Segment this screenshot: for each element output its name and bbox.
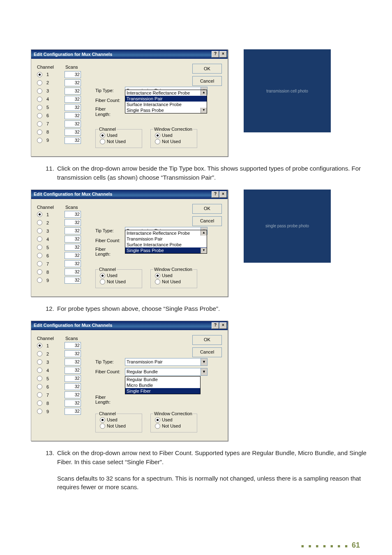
tip-type-label: Tip Type: [95,88,122,93]
channel-radio[interactable] [37,392,42,398]
scans-input[interactable]: 32 [65,383,81,390]
channel-radio[interactable] [37,113,42,118]
scans-input[interactable]: 32 [65,129,81,136]
channel-radio[interactable] [37,409,42,414]
scans-input[interactable]: 32 [65,96,81,103]
scans-input[interactable]: 32 [65,227,81,234]
channel-radio[interactable] [37,228,42,234]
channel-row: 132 [37,211,95,218]
channel-number: 2 [46,352,51,357]
chevron-down-icon[interactable]: ▼ [201,358,207,365]
scans-input[interactable]: 32 [65,252,81,259]
channel-used-radio[interactable] [100,133,105,138]
channel-radio[interactable] [37,278,42,283]
channel-radio[interactable] [37,269,42,275]
scroll-up-icon[interactable]: ▲ [201,90,207,95]
dropdown-option[interactable]: Transmission Pair [125,96,207,102]
dropdown-option[interactable]: Surface Interactance Probe [125,102,207,107]
channel-radio[interactable] [37,351,42,356]
dropdown-option[interactable]: Single Pass Probe [125,107,207,113]
scans-input[interactable]: 32 [65,219,81,226]
channel-header: Channel [37,65,54,70]
dropdown-option[interactable]: Single Pass Probe [125,247,207,253]
channel-radio[interactable] [37,343,42,348]
cancel-button[interactable]: Cancel [192,216,222,226]
fiber-count-dropdown[interactable]: Regular BundleMicro BundleSingle Fiber [125,376,201,394]
channel-radio[interactable] [37,400,42,406]
channel-radio[interactable] [37,359,42,365]
window-used-radio[interactable] [155,133,160,138]
channel-radio[interactable] [37,138,42,143]
channel-radio[interactable] [37,212,42,217]
help-icon[interactable]: ? [212,191,219,198]
fiber-count-combo[interactable]: Regular Bundle ▼ [125,368,208,376]
channel-radio[interactable] [37,80,42,86]
dropdown-option[interactable]: Transmission Pair [125,236,207,242]
channel-radio[interactable] [37,253,42,258]
scans-input[interactable]: 32 [65,400,81,407]
chevron-down-icon[interactable]: ▼ [201,368,207,375]
channel-radio[interactable] [37,261,42,266]
scans-input[interactable]: 32 [65,137,81,144]
scans-input[interactable]: 32 [65,358,81,365]
scans-input[interactable]: 32 [65,260,81,267]
channel-radio[interactable] [37,88,42,94]
channel-radio[interactable] [37,245,42,250]
dropdown-option[interactable]: Interactance Reflectance Probe [125,230,207,236]
scans-input[interactable]: 32 [65,211,81,218]
tip-type-dropdown[interactable]: Interactance Reflectance ProbeTransmissi… [125,90,207,113]
scans-input[interactable]: 32 [65,391,81,398]
channel-row: 332 [37,358,95,365]
scroll-up-icon[interactable]: ▲ [201,230,207,236]
scans-input[interactable]: 32 [65,408,81,415]
scans-input[interactable]: 32 [65,104,81,111]
window-notused-radio[interactable] [155,139,160,144]
close-icon[interactable]: × [219,191,227,198]
channel-radio[interactable] [37,376,42,381]
dropdown-option[interactable]: Single Fiber [125,388,200,394]
channel-notused-radio[interactable] [100,139,105,144]
channel-number: 3 [46,360,51,365]
tip-type-combo[interactable]: Transmission Pair ▼ [125,358,208,366]
scans-input[interactable]: 32 [65,244,81,251]
dropdown-option[interactable]: Interactance Reflectance Probe [125,90,207,96]
scroll-down-icon[interactable]: ▼ [201,108,207,113]
channel-radio[interactable] [37,97,42,102]
scans-input[interactable]: 32 [65,120,81,127]
scans-input[interactable]: 32 [65,112,81,119]
channel-radio[interactable] [37,384,42,389]
scans-input[interactable]: 32 [65,88,81,95]
scans-input[interactable]: 32 [65,236,81,243]
channel-radio[interactable] [37,105,42,110]
cancel-button[interactable]: Cancel [192,76,222,86]
scans-input[interactable]: 32 [65,342,81,349]
tip-type-dropdown[interactable]: Interactance Reflectance ProbeTransmissi… [125,230,207,254]
close-icon[interactable]: × [219,51,227,58]
ok-button[interactable]: OK [192,64,222,74]
channel-radio[interactable] [37,220,42,225]
channel-radio[interactable] [37,72,42,77]
ok-button[interactable]: OK [192,335,222,345]
dropdown-option[interactable]: Micro Bundle [125,382,200,388]
channel-radio[interactable] [37,121,42,127]
scroll-down-icon[interactable]: ▼ [201,248,207,253]
scans-input[interactable]: 32 [65,71,81,78]
scans-input[interactable]: 32 [65,79,81,86]
channel-radio[interactable] [37,130,42,135]
cancel-button[interactable]: Cancel [192,347,222,357]
channel-radio[interactable] [37,236,42,242]
help-icon[interactable]: ? [212,322,219,329]
scans-input[interactable]: 32 [65,268,81,275]
ok-button[interactable]: OK [192,204,222,214]
step-12-text: 12.For probe types shown above, choose “… [31,304,367,313]
scans-input[interactable]: 32 [65,277,81,284]
channel-radio[interactable] [37,368,42,373]
scans-input[interactable]: 32 [65,375,81,382]
dropdown-option[interactable]: Surface Interactance Probe [125,242,207,247]
scans-input[interactable]: 32 [65,367,81,374]
channel-row: 932 [37,137,95,144]
close-icon[interactable]: × [219,322,227,329]
scans-input[interactable]: 32 [65,350,81,357]
help-icon[interactable]: ? [212,51,219,58]
dropdown-option[interactable]: Regular Bundle [125,377,200,382]
